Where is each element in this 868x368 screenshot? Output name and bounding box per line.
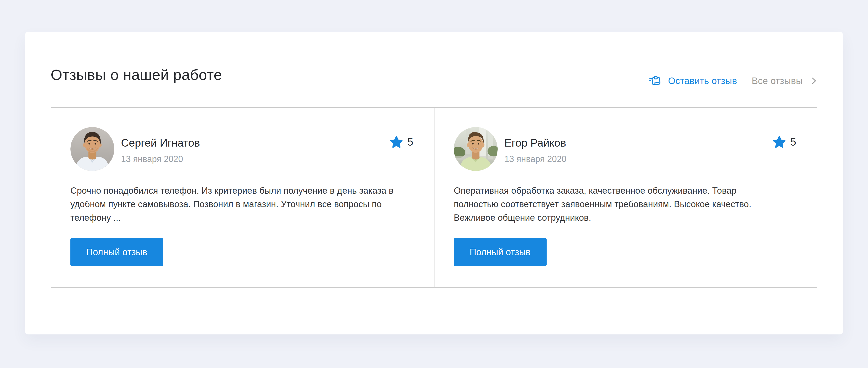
review-card: Сергей Игнатов 13 января 2020 5 Срочно п… (51, 108, 434, 287)
section-title: Отзывы о нашей работе (51, 66, 222, 83)
review-rating: 5 (773, 135, 796, 148)
package-delivery-icon (649, 74, 662, 87)
rating-value: 5 (407, 135, 413, 148)
chevron-right-icon (811, 77, 817, 85)
review-text: Оперативная обработка заказа, качественн… (454, 184, 779, 225)
reviewer-info: Сергей Игнатов 13 января 2020 (121, 137, 200, 164)
review-rating: 5 (390, 135, 413, 148)
all-reviews-label: Все отзывы (752, 76, 803, 86)
review-text: Срочно понадобился телефон. Из критериев… (70, 184, 396, 225)
reviewer-name: Сергей Игнатов (121, 137, 200, 149)
header-links: Оставить отзыв Все отзывы (649, 74, 817, 87)
review-cards: Сергей Игнатов 13 января 2020 5 Срочно п… (51, 107, 817, 288)
rating-value: 5 (790, 135, 796, 148)
reviewer-avatar (454, 127, 498, 171)
reviewer-name: Егор Райков (504, 137, 566, 149)
full-review-button[interactable]: Полный отзыв (454, 238, 547, 266)
star-icon (390, 136, 403, 148)
leave-review-link[interactable]: Оставить отзыв (649, 74, 737, 87)
star-icon (773, 136, 785, 148)
reviewer-avatar (70, 127, 114, 171)
review-date: 13 января 2020 (504, 154, 566, 164)
reviewer-info: Егор Райков 13 января 2020 (504, 137, 566, 164)
leave-review-label: Оставить отзыв (668, 76, 737, 86)
review-card: Егор Райков 13 января 2020 5 Оперативная… (434, 108, 817, 287)
review-card-header: Сергей Игнатов 13 января 2020 5 (70, 127, 413, 171)
reviews-panel: Отзывы о нашей работе Оставить отзыв (25, 32, 843, 334)
review-card-header: Егор Райков 13 января 2020 5 (454, 127, 796, 171)
full-review-button[interactable]: Полный отзыв (70, 238, 163, 266)
all-reviews-link[interactable]: Все отзывы (752, 76, 817, 86)
reviews-header: Отзывы о нашей работе Оставить отзыв (25, 62, 843, 87)
review-date: 13 января 2020 (121, 154, 200, 164)
